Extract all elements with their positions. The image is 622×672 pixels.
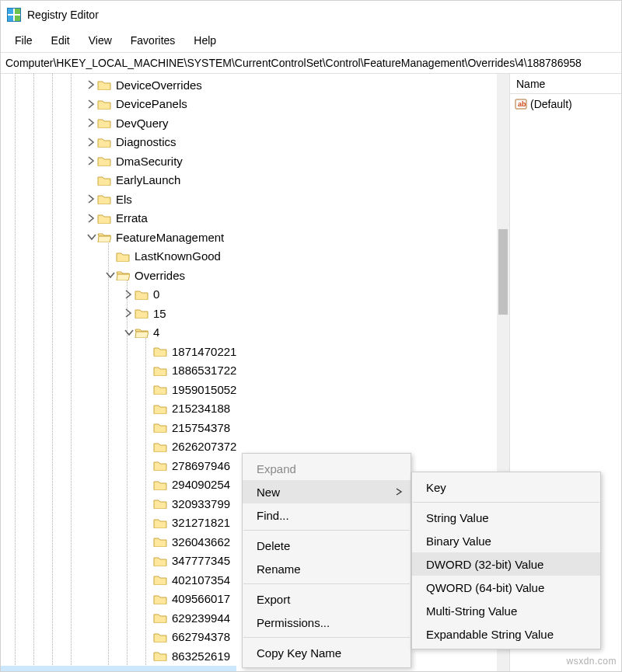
tree-label: Diagnostics <box>116 135 176 148</box>
folder-icon <box>153 365 167 376</box>
tree-item-devicepanels[interactable]: DevicePanels <box>1 95 236 114</box>
tree-item[interactable]: 1959015052 <box>1 380 236 399</box>
folder-icon <box>97 117 111 128</box>
chevron-right-icon[interactable] <box>85 136 97 148</box>
tree-item-featuremanagement[interactable]: FeatureManagement <box>1 228 236 247</box>
menu-help[interactable]: Help <box>184 31 225 50</box>
tree-label: DevicePanels <box>116 97 187 110</box>
cm-new-dword[interactable]: DWORD (32-bit) Value <box>412 552 600 576</box>
tree-item-15[interactable]: 15 <box>1 304 236 323</box>
folder-icon <box>153 346 167 357</box>
menu-favorites[interactable]: Favorites <box>121 31 185 50</box>
tree-item[interactable]: 402107354 <box>1 570 236 590</box>
tree-item[interactable]: 294090254 <box>1 475 236 495</box>
tree-item[interactable]: 347777345 <box>1 552 236 571</box>
cm-new-string[interactable]: String Value <box>412 506 600 529</box>
cm-permissions[interactable]: Permissions... <box>243 611 411 634</box>
folder-icon <box>153 574 167 585</box>
tree-item-devquery[interactable]: DevQuery <box>1 113 236 133</box>
tree-item-deviceoverrides[interactable]: DeviceOverrides <box>1 75 236 95</box>
address-bar[interactable]: Computer\HKEY_LOCAL_MACHINE\SYSTEM\Curre… <box>1 52 621 74</box>
cm-new-expandable[interactable]: Expandable String Value <box>412 622 600 646</box>
scrollbar-thumb[interactable] <box>498 229 508 315</box>
tree-label: DevQuery <box>116 117 169 130</box>
tree-item-dmasecurity[interactable]: DmaSecurity <box>1 151 236 171</box>
value-name: (Default) <box>530 98 572 110</box>
cm-new-multi[interactable]: Multi-String Value <box>412 599 600 622</box>
tree-item-earlylaunch[interactable]: EarlyLaunch <box>1 171 236 190</box>
folder-open-icon <box>135 327 149 338</box>
menu-view[interactable]: View <box>79 31 121 50</box>
tree-item[interactable]: 409566017 <box>1 590 236 609</box>
tree-label: 294090254 <box>172 478 230 491</box>
cm-copy-key-name[interactable]: Copy Key Name <box>243 641 411 664</box>
tree-item[interactable]: 321271821 <box>1 514 236 533</box>
chevron-down-icon[interactable] <box>103 269 116 281</box>
tree-item[interactable]: 320933799 <box>1 494 236 514</box>
tree-item[interactable]: 326043662 <box>1 532 236 552</box>
tree-item[interactable]: 863252619 <box>1 646 236 666</box>
folder-icon <box>135 289 149 300</box>
folder-icon <box>153 594 167 604</box>
tree-item-diagnostics[interactable]: Diagnostics <box>1 133 236 152</box>
tree-label: FeatureManagement <box>116 231 224 244</box>
folder-icon <box>97 99 111 110</box>
chevron-right-icon[interactable] <box>85 193 97 205</box>
chevron-down-icon[interactable] <box>85 231 97 243</box>
tree-item[interactable]: 2626207372 <box>1 437 236 457</box>
folder-icon <box>153 403 167 414</box>
chevron-right-icon[interactable] <box>122 307 135 319</box>
tree-item-4[interactable]: 4 <box>1 323 236 343</box>
cm-find[interactable]: Find... <box>243 503 411 527</box>
chevron-down-icon[interactable] <box>122 326 135 339</box>
folder-icon <box>153 441 167 452</box>
cm-separator <box>243 637 410 638</box>
folder-icon <box>97 155 111 166</box>
folder-icon <box>153 422 167 433</box>
tree-item-errata[interactable]: Errata <box>1 209 236 228</box>
cm-rename[interactable]: Rename <box>243 557 411 580</box>
tree-item[interactable]: 215754378 <box>1 418 236 437</box>
folder-icon <box>153 517 167 528</box>
cm-new-qword[interactable]: QWORD (64-bit) Value <box>412 576 600 599</box>
folder-open-icon <box>97 232 111 242</box>
tree-item-overrides[interactable]: Overrides <box>1 266 236 285</box>
cm-new-binary[interactable]: Binary Value <box>412 529 600 552</box>
menu-file[interactable]: File <box>5 31 42 50</box>
tree-label: 215234188 <box>172 402 230 415</box>
value-row-default[interactable]: ab (Default) <box>515 96 617 113</box>
cm-new[interactable]: New <box>243 480 411 503</box>
chevron-right-icon[interactable] <box>122 288 135 301</box>
tree-item-els[interactable]: Els <box>1 190 236 209</box>
tree-item[interactable]: 629239944 <box>1 608 236 628</box>
tree-item[interactable]: 662794378 <box>1 628 236 647</box>
tree-item-lastknowngood[interactable]: LastKnownGood <box>1 247 236 266</box>
chevron-right-icon[interactable] <box>85 117 97 129</box>
titlebar: Registry Editor <box>1 1 621 29</box>
chevron-right-icon[interactable] <box>85 212 97 225</box>
cm-new-key[interactable]: Key <box>412 475 600 499</box>
tree-item-selected[interactable]: 188786958 <box>1 666 236 672</box>
cm-expand: Expand <box>243 457 411 480</box>
tree-item-0[interactable]: 0 <box>1 285 236 305</box>
tree-label: Overrides <box>135 269 185 282</box>
cm-separator <box>413 502 599 503</box>
menu-edit[interactable]: Edit <box>42 31 79 50</box>
tree-label: 1871470221 <box>172 345 236 358</box>
folder-icon <box>135 308 149 319</box>
folder-icon <box>116 251 130 262</box>
cm-export[interactable]: Export <box>243 587 411 611</box>
values-column-name[interactable]: Name <box>510 74 621 94</box>
chevron-right-icon[interactable] <box>85 155 97 167</box>
cm-delete[interactable]: Delete <box>243 534 411 557</box>
tree-item[interactable]: 1886531722 <box>1 361 236 381</box>
svg-text:ab: ab <box>518 100 526 108</box>
folder-open-icon <box>116 270 130 280</box>
chevron-right-icon[interactable] <box>85 98 97 110</box>
tree-item[interactable]: 1871470221 <box>1 342 236 361</box>
tree-item[interactable]: 215234188 <box>1 399 236 419</box>
string-value-icon: ab <box>515 98 527 110</box>
chevron-right-icon[interactable] <box>85 78 97 91</box>
folder-icon <box>153 632 167 642</box>
tree-item[interactable]: 278697946 <box>1 456 236 475</box>
